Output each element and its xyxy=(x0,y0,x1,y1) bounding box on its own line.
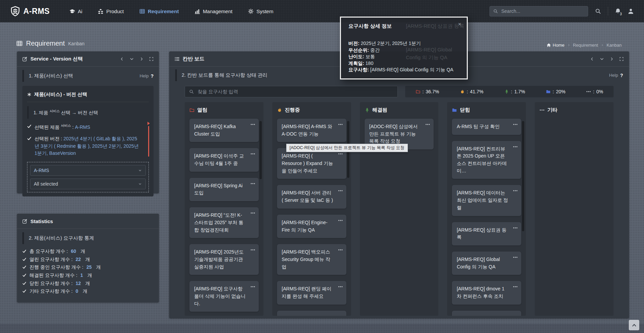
nav-item-system[interactable]: System xyxy=(248,8,273,14)
expand-icon[interactable] xyxy=(149,57,154,61)
column-scrollbar[interactable] xyxy=(259,121,262,179)
kanban-card[interactable]: [ARMS-REQ] ( Resource ) Expand 기능을 만들어 주… xyxy=(277,148,346,179)
chevron-right-icon[interactable] xyxy=(610,57,614,61)
card-menu-icon[interactable] xyxy=(425,123,430,126)
card-menu-icon[interactable] xyxy=(250,285,255,288)
help-button[interactable]: Help ? xyxy=(609,73,623,78)
card-menu-icon[interactable] xyxy=(250,123,255,126)
scroll-to-top-button[interactable] xyxy=(629,320,639,330)
tree-icon xyxy=(365,108,370,113)
kanban-card[interactable]: [ARMS-REQ] Global Config 의 기능 QA xyxy=(452,252,521,275)
kanban-stats-bar: : 36.7% : 41.7% : 1.7% : 20% : 0% xyxy=(405,86,614,97)
kanban-card[interactable]: [ARMS-REQ] ( Time ) xyxy=(277,311,346,316)
version-select[interactable]: All selected xyxy=(30,179,146,189)
kanban-card[interactable]: [ARMS-REQ] Kafka Cluster 도입 xyxy=(189,119,259,142)
kanban-card[interactable]: A-RMS 팀 구성 확인 xyxy=(452,119,521,135)
card-menu-icon[interactable] xyxy=(513,315,518,316)
popup-detail-row: 계획일: 180 xyxy=(348,60,459,67)
chevron-down-icon[interactable] xyxy=(600,57,604,61)
kanban-stat-open: : 36.7% xyxy=(416,89,439,94)
expand-icon[interactable] xyxy=(619,57,624,61)
card-menu-icon[interactable] xyxy=(250,182,255,185)
grad-cap-icon xyxy=(69,8,75,14)
chevron-left-icon[interactable] xyxy=(590,57,594,61)
kanban-card[interactable]: [ARMS-REQ] Spring Ai 도입 xyxy=(189,178,259,201)
card-title: [ARMS-REQ] 이석주 교수님 미팅 4월 1주 중 xyxy=(194,152,254,167)
kanban-card[interactable]: [ARMS-REQ] 서버 관리 ( Server 모듈 및 IaC 등 ) xyxy=(277,185,346,208)
kanban-card[interactable]: [ARMS-REQ] 데이터는 최신 업데이트 일자로 정렬 xyxy=(452,185,521,216)
header-search-input[interactable] xyxy=(501,8,584,14)
kanban-card[interactable]: [ARMS-REQ] 컨트리뷰톤 2025 Open UP 오픈소스 컨트리뷰션… xyxy=(452,141,521,179)
breadcrumb-item-kanban[interactable]: Kanban xyxy=(606,43,622,48)
card-title: [ARMS-REQ] Kafka Cluster 도입 xyxy=(194,123,254,138)
card-menu-icon[interactable] xyxy=(250,152,255,156)
card-menu-icon[interactable] xyxy=(250,248,255,252)
kanban-card[interactable]: [ARMS-REQ] 이석주 교수님 미팅 4월 1주 중 xyxy=(189,148,259,171)
kanban-search-input[interactable] xyxy=(197,89,393,95)
kanban-card[interactable]: [ARMS-REQ] dmove 1차 컨퍼런스 후속 조치 xyxy=(452,281,521,304)
notifications-button[interactable]: 3 xyxy=(615,8,621,14)
red-arrow-icon xyxy=(147,122,150,125)
kanban-card[interactable]: [ARMS-REQ] 상표권 등록 xyxy=(452,222,521,245)
breadcrumb-item-home[interactable]: Home xyxy=(547,43,565,48)
popup-row-value: [ARMS-REQ] Global Config 의 기능 QA xyxy=(370,67,454,72)
kanban-card[interactable]: [ARMS-REQ] “도전! K-스타트업 2025” 부처 통합 창업경진대… xyxy=(189,207,259,238)
header-search-box[interactable] xyxy=(489,6,588,17)
statistic-label: 기타 요구사항 개수 : xyxy=(29,289,73,294)
kanban-card[interactable]: [ARMS-REQ] 2025년도 기술개발제품 공공기관 실증지원 사업 xyxy=(189,244,259,275)
kanban-card[interactable]: [ARMS-REQ] 세근님이랑 프로젝트뷰 ( 삼성 ) 리뷰 xyxy=(452,311,521,316)
card-menu-icon[interactable] xyxy=(513,285,518,288)
user-menu-button[interactable] xyxy=(628,8,634,14)
card-menu-icon[interactable] xyxy=(513,145,518,148)
card-menu-icon[interactable] xyxy=(513,256,518,259)
card-menu-icon[interactable] xyxy=(338,219,343,222)
step-prefix: 1. 제품 xyxy=(33,110,49,115)
card-menu-icon[interactable] xyxy=(338,152,343,156)
help-button[interactable]: Help ? xyxy=(140,73,154,79)
chevron-right-icon xyxy=(601,44,604,47)
card-title: [ARMS-REQ] 상표권 등록 xyxy=(457,227,516,241)
column-header: 진행중 xyxy=(277,107,346,113)
app-logo[interactable]: A-RMS xyxy=(10,6,50,16)
statistic-row: 진행 중인 요구사항 개수 : 25 개 xyxy=(22,265,154,270)
kanban-card[interactable]: [ARMS-REQ] 백오피스 Security Group 메뉴 작업 xyxy=(277,244,346,275)
nav-item-ai[interactable]: Ai xyxy=(69,8,82,14)
kanban-card[interactable]: [ARMS-REQ] A-RMS 와 A-DOC 연동 기능 xyxy=(277,119,346,142)
nav-item-requirement[interactable]: Requirement xyxy=(139,8,179,14)
breadcrumb-item-requirement[interactable]: Requirement xyxy=(573,43,598,48)
requirement-detail-popup: [ARMS-REQ] 상표권 등록 [ARMS-REQ] Global Conf… xyxy=(340,17,468,79)
chevron-left-icon[interactable] xyxy=(120,57,124,61)
chevron-down-icon[interactable] xyxy=(130,57,134,61)
card-menu-icon[interactable] xyxy=(338,315,343,316)
statistic-row: 열린 요구사항 개수 : 22 개 xyxy=(22,257,154,262)
kanban-card[interactable]: [ARMS-REQ] Engine-Fire 의 기능 QA xyxy=(277,215,346,238)
kanban-search-box[interactable] xyxy=(185,86,398,97)
card-menu-icon[interactable] xyxy=(513,226,518,230)
popup-close-button[interactable]: × xyxy=(458,21,461,28)
check-icon xyxy=(27,124,31,128)
kanban-card[interactable]: [ARMS-REQ] 랜딩 페이지를 완성 해 주세요 xyxy=(277,281,346,304)
table-icon xyxy=(16,40,23,47)
card-menu-icon[interactable] xyxy=(250,211,255,215)
step-suffix: 선택 → 버전 선택 xyxy=(60,110,98,115)
breadcrumb-label: Home xyxy=(553,43,565,48)
page-subtitle-text: Kanban xyxy=(68,41,85,46)
popup-row-value: 180 xyxy=(366,61,373,66)
header-search-button[interactable] xyxy=(595,8,601,14)
card-menu-icon[interactable] xyxy=(338,123,343,126)
card-menu-icon[interactable] xyxy=(513,123,518,126)
kanban-card[interactable]: [ARMS-REQ] 요구사항 폴더 삭제 기능이 없습니다. xyxy=(189,281,259,312)
card-menu-icon[interactable] xyxy=(338,248,343,252)
card-title: A-RMS 팀 구성 확인 xyxy=(457,123,516,130)
card-menu-icon[interactable] xyxy=(513,189,518,192)
product-select[interactable]: A-RMS xyxy=(30,165,146,176)
popup-row-label: 버전: xyxy=(348,41,361,46)
column-scrollbar[interactable] xyxy=(522,121,524,231)
nav-item-management[interactable]: Management xyxy=(194,8,233,14)
chevron-right-icon[interactable] xyxy=(139,57,144,61)
card-menu-icon[interactable] xyxy=(338,285,343,288)
nav-item-product[interactable]: Product xyxy=(98,8,124,14)
card-title: [ARMS-REQ] Engine-Fire 의 기능 QA xyxy=(282,219,342,234)
column-header: 열림 xyxy=(189,107,259,113)
card-menu-icon[interactable] xyxy=(338,189,343,192)
